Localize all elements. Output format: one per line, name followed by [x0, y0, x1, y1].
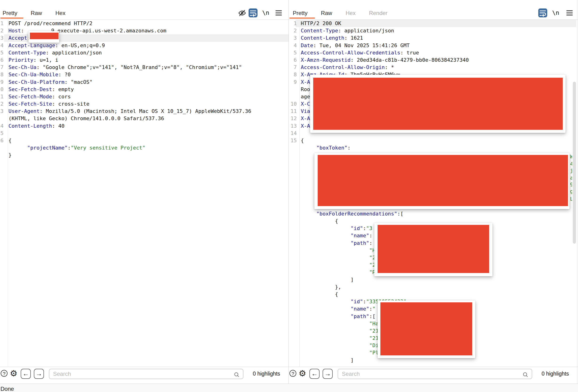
tab-render[interactable]: Render	[369, 10, 387, 16]
token-text-sliver: a	[570, 175, 572, 181]
request-tabs: PrettyRawHex	[2, 10, 65, 16]
line-number: 3	[289, 34, 297, 41]
code-line: 5Content-Type: application/json	[0, 49, 289, 56]
line-number: 10	[0, 86, 3, 93]
settings-gear-icon[interactable]: ⚙	[10, 368, 17, 379]
line-number: 7	[289, 64, 297, 71]
folder-recommendation-2-redaction	[380, 302, 472, 355]
code-line: }	[0, 151, 289, 159]
tab-raw[interactable]: Raw	[321, 10, 332, 16]
vertical-scrollbar-thumb[interactable]	[573, 82, 576, 244]
code-line: 15	[0, 130, 289, 137]
token-text-sliver: 9	[570, 182, 572, 188]
http-message-viewer: Request PrettyRawHex \n	[0, 0, 578, 392]
response-headers-redaction	[313, 78, 563, 130]
hide-nonprintable-icon[interactable]	[238, 9, 246, 17]
request-editor[interactable]: 1POST /prod/recommend HTTP/22Host: 9.exe…	[0, 20, 289, 367]
code-line: 11Sec-Fetch-Mode: cors	[0, 93, 289, 100]
code-line: (KHTML, like Gecko) Chrome/141.0.0.0 Saf…	[0, 115, 289, 122]
token-text-sliver: j	[570, 168, 572, 174]
word-wrap-toggle[interactable]	[538, 8, 547, 17]
menu-icon[interactable]	[566, 10, 573, 16]
token-text-sliver: 4	[570, 161, 572, 167]
search-icon	[234, 372, 240, 378]
code-line: 16{	[0, 137, 289, 144]
line-number: 2	[289, 27, 297, 34]
line-number: 8	[289, 71, 297, 78]
help-icon[interactable]: ?	[289, 370, 296, 377]
line-number: 14	[289, 130, 297, 137]
code-line: 10Sec-Fetch-Dest: empty	[0, 86, 289, 93]
word-wrap-toggle[interactable]	[249, 8, 257, 17]
code-line: 8Sec-Ch-Ua-Mobile: ?0	[0, 71, 289, 78]
window-edge	[577, 0, 577, 384]
code-line: 13User-Agent: Mozilla/5.0 (Macintosh; In…	[0, 108, 289, 115]
line-number: 11	[289, 108, 297, 115]
code-line: {	[289, 291, 578, 298]
response-highlights-count: 0 highlights	[542, 371, 569, 377]
active-tab-underline	[289, 18, 315, 19]
tab-hex[interactable]: Hex	[346, 10, 356, 16]
code-line: ]	[289, 276, 578, 283]
code-line: 6Priority: u=1, i	[0, 56, 289, 64]
code-line: 4Accept-Language: en-US,en;q=0.9	[0, 42, 289, 49]
request-pane: Request PrettyRawHex \n	[0, 0, 289, 384]
code-line: 15{	[289, 137, 578, 144]
code-line: 6X-Amzn-Requestid: 20ed34da-c81b-4279-bb…	[289, 56, 578, 64]
line-number: 1	[0, 20, 3, 27]
tab-pretty[interactable]: Pretty	[293, 10, 308, 16]
previous-match-button[interactable]: ←	[309, 369, 320, 379]
box-token-redaction	[318, 155, 568, 206]
request-search-input[interactable]	[49, 369, 243, 379]
code-line: 14Content-Length: 40	[0, 122, 289, 130]
help-icon[interactable]: ?	[1, 370, 7, 377]
response-tabs: PrettyRawHexRender	[293, 10, 387, 16]
code-line: "boxFolderRecommendations":[	[289, 210, 578, 217]
status-text: Done	[0, 386, 14, 392]
code-line: 12Sec-Fetch-Site: cross-site	[0, 100, 289, 108]
request-tabbar: PrettyRawHex \n	[0, 0, 289, 20]
menu-icon[interactable]	[275, 10, 282, 16]
line-number: 6	[289, 56, 297, 64]
line-number: 4	[0, 42, 3, 49]
folder-recommendation-1-redaction	[378, 225, 489, 273]
next-match-button[interactable]: →	[34, 369, 44, 379]
line-number: 11	[0, 93, 3, 100]
response-tabbar: PrettyRawHexRender \n	[289, 0, 578, 20]
code-line: 1HTTP/2 200 OK	[289, 20, 578, 27]
line-number: 4	[289, 42, 297, 49]
search-icon	[522, 372, 529, 378]
line-number: 15	[289, 137, 297, 144]
response-search-footer: ? ⚙ ← → 0 highlights	[289, 367, 578, 384]
code-line: 1POST /prod/recommend HTTP/2	[0, 20, 289, 27]
line-number: 3	[0, 34, 3, 41]
code-line: 4Date: Tue, 04 Nov 2025 15:41:26 GMT	[289, 42, 578, 49]
newline-toggle[interactable]: \n	[262, 9, 269, 16]
line-number: 5	[289, 49, 297, 56]
line-number: 16	[0, 137, 3, 144]
newline-toggle[interactable]: \n	[552, 9, 559, 16]
request-search-footer: ? ⚙ ← → 0 highlights	[0, 367, 289, 384]
line-number: 9	[289, 78, 297, 86]
settings-gear-icon[interactable]: ⚙	[299, 368, 306, 379]
active-tab-underline	[0, 18, 23, 19]
tab-pretty[interactable]: Pretty	[2, 10, 17, 16]
response-search-input[interactable]	[338, 369, 532, 379]
code-line: },	[289, 283, 578, 291]
code-line: 7Sec-Ch-Ua: "Google Chrome";v="141", "No…	[0, 64, 289, 71]
request-highlights-count: 0 highlights	[253, 371, 280, 377]
tab-raw[interactable]: Raw	[31, 10, 42, 16]
next-match-button[interactable]: →	[323, 369, 333, 379]
token-text-sliver: W	[570, 154, 572, 160]
previous-match-button[interactable]: ←	[21, 369, 31, 379]
line-number: 12	[0, 100, 3, 108]
line-number: 14	[0, 122, 3, 130]
pane-divider[interactable]	[289, 0, 289, 384]
code-line: 2Content-Type: application/json	[289, 27, 578, 34]
line-number: 13	[289, 122, 297, 130]
tab-hex[interactable]: Hex	[55, 10, 66, 16]
line-number: 8	[0, 71, 3, 78]
code-line: 3Content-Length: 1621	[289, 34, 578, 41]
token-text-sliver: g	[570, 188, 572, 194]
code-line: 5Access-Control-Allow-Credentials: true	[289, 49, 578, 56]
